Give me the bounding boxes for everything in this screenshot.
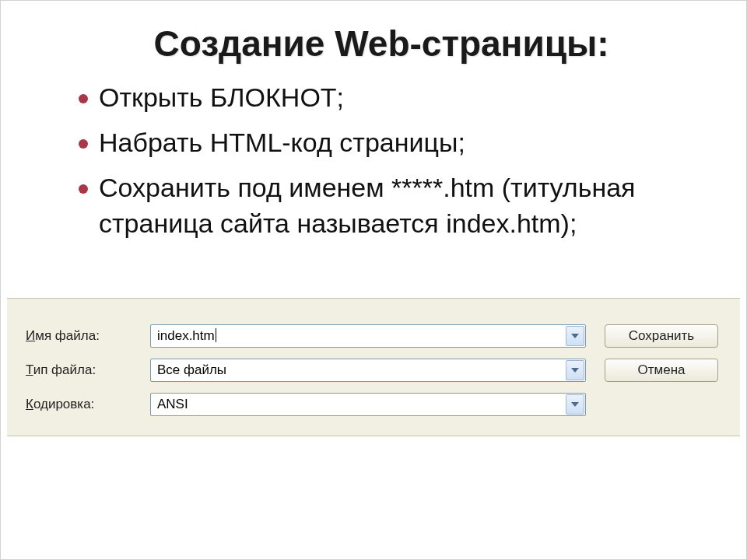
filename-input-wrap: index.htm bbox=[150, 324, 586, 348]
encoding-select[interactable]: ANSI bbox=[150, 393, 586, 416]
filetype-select[interactable]: Все файлы bbox=[150, 359, 586, 382]
slide: Создание Web-страницы: Открыть БЛОКНОТ; … bbox=[0, 0, 747, 560]
filename-input[interactable]: index.htm bbox=[150, 324, 586, 348]
bullet-icon bbox=[79, 139, 88, 149]
text-caret-icon bbox=[216, 328, 216, 342]
filename-dropdown-button[interactable] bbox=[566, 326, 584, 346]
bullet-text: Набрать HTML-код страницы; bbox=[99, 125, 465, 161]
filename-row: Имя файла: index.htm Сохранить bbox=[26, 319, 721, 353]
bullet-list: Открыть БЛОКНОТ; Набрать HTML-код страни… bbox=[1, 65, 746, 242]
chevron-down-icon bbox=[571, 368, 579, 373]
save-dialog-fragment: Имя файла: index.htm Сохранить Тип файла… bbox=[7, 298, 740, 436]
filetype-label: Тип файла: bbox=[26, 362, 150, 378]
chevron-down-icon bbox=[571, 402, 579, 407]
cancel-button[interactable]: Отмена bbox=[605, 359, 718, 382]
list-item: Набрать HTML-код страницы; bbox=[79, 125, 700, 161]
encoding-dropdown-button[interactable] bbox=[566, 394, 584, 415]
filename-value: index.htm bbox=[157, 328, 215, 343]
encoding-label: Кодировка: bbox=[26, 397, 150, 412]
encoding-row: Кодировка: ANSI bbox=[26, 387, 721, 422]
encoding-select-wrap: ANSI bbox=[150, 393, 586, 416]
svg-marker-1 bbox=[571, 368, 579, 373]
bullet-icon bbox=[79, 184, 88, 194]
list-item: Сохранить под именем *****.htm (титульна… bbox=[79, 170, 700, 242]
bullet-text: Открыть БЛОКНОТ; bbox=[99, 80, 344, 116]
filetype-dropdown-button[interactable] bbox=[566, 360, 584, 380]
bullet-icon bbox=[79, 94, 88, 103]
slide-title: Создание Web-страницы: bbox=[1, 1, 746, 65]
save-button[interactable]: Сохранить bbox=[605, 324, 718, 348]
bullet-text: Сохранить под именем *****.htm (титульна… bbox=[99, 170, 700, 242]
list-item: Открыть БЛОКНОТ; bbox=[79, 80, 700, 116]
filename-label: Имя файла: bbox=[26, 328, 150, 344]
filetype-row: Тип файла: Все файлы Отмена bbox=[26, 353, 721, 387]
svg-marker-2 bbox=[571, 402, 579, 407]
chevron-down-icon bbox=[571, 334, 579, 338]
svg-marker-0 bbox=[571, 334, 579, 338]
filetype-select-wrap: Все файлы bbox=[150, 359, 586, 382]
